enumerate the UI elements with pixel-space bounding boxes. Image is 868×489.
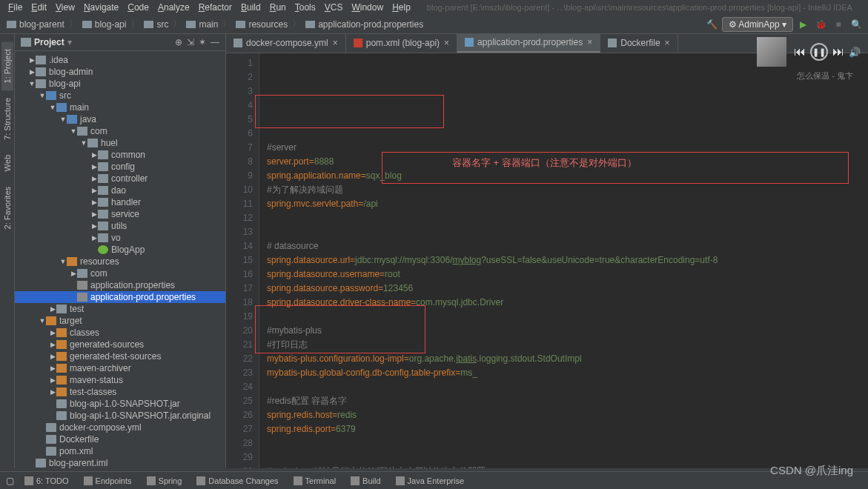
tree-item[interactable]: ▼resources [15, 256, 225, 267]
tree-item[interactable]: ▶com [15, 267, 225, 279]
tree-item[interactable]: ▼target [15, 315, 225, 327]
tree-item[interactable]: ▶maven-archiver [15, 362, 225, 374]
tree-arrow-icon[interactable]: ▶ [49, 353, 56, 360]
code-line[interactable]: #server [267, 141, 861, 155]
tree-arrow-icon[interactable]: ▶ [90, 222, 98, 230]
hammer-icon[interactable]: 🔨 [704, 16, 720, 33]
menu-refactor[interactable]: Refactor [194, 1, 236, 14]
crumb-4[interactable]: resources [233, 19, 291, 30]
crumb-5[interactable]: application-prod.properties [302, 19, 426, 30]
tree-arrow-icon[interactable]: ▼ [39, 317, 46, 325]
tree-arrow-icon[interactable]: ▼ [80, 139, 87, 147]
code-line[interactable]: mybatis-plus.global-config.db-config.tab… [267, 366, 861, 380]
bottom-tab-endpoints[interactable]: Endpoints [78, 475, 138, 487]
gear-icon[interactable]: ✶ [199, 37, 206, 47]
bottom-tab-javaenterprise[interactable]: Java Enterprise [390, 475, 470, 487]
tree-arrow-icon[interactable]: ▶ [28, 68, 36, 76]
tree-item[interactable]: blog-api-1.0-SNAPSHOT.jar [15, 398, 225, 410]
code-line[interactable]: spring.application.name=sqx_blog [267, 169, 861, 183]
locate-icon[interactable]: ⊕ [175, 37, 182, 47]
tree-arrow-icon[interactable]: ▶ [49, 365, 56, 372]
tree-item[interactable]: ▼huel [15, 137, 225, 149]
volume-icon[interactable]: 🔊 [849, 47, 861, 58]
code-line[interactable]: spring.redis.host=redis [267, 408, 861, 422]
tree-item[interactable]: ▶generated-test-sources [15, 350, 225, 362]
tree-item[interactable]: ▶service [15, 208, 225, 220]
tree-arrow-icon[interactable]: ▼ [59, 258, 67, 265]
tree-item[interactable]: ▶blog-admin [15, 66, 225, 78]
tree-item[interactable]: ▼main [15, 102, 225, 113]
menu-file[interactable]: File [4, 1, 27, 14]
menu-edit[interactable]: Edit [27, 1, 51, 14]
menu-code[interactable]: Code [123, 1, 153, 14]
tree-arrow-icon[interactable]: ▶ [49, 305, 56, 313]
dropdown-icon[interactable]: ▾ [67, 37, 72, 47]
menu-vcs[interactable]: VCS [320, 1, 348, 14]
tree-arrow-icon[interactable]: ▶ [90, 151, 98, 159]
search-icon[interactable]: 🔍 [848, 16, 864, 33]
tree-arrow-icon[interactable]: ▶ [28, 56, 36, 64]
tree-arrow-icon[interactable]: ▶ [49, 376, 56, 384]
code-line[interactable]: spring.datasource.url=jdbc:mysql://mysql… [267, 253, 861, 267]
menu-navigate[interactable]: Navigate [79, 1, 123, 14]
next-track-icon[interactable]: ⏭ [832, 45, 844, 59]
tree-arrow-icon[interactable]: ▶ [49, 388, 56, 396]
tree-item[interactable]: ▶config [15, 161, 225, 173]
bottom-tab-spring[interactable]: Spring [141, 475, 188, 487]
code-line[interactable]: #mybatis-plus [267, 324, 861, 338]
side-tab-web[interactable]: Web [1, 147, 13, 179]
project-tree[interactable]: ▶.idea▶blog-admin▼blog-api▼src▼main▼java… [15, 51, 225, 468]
tree-item[interactable]: pom.xml [15, 445, 225, 457]
toolwindow-toggle-icon[interactable]: ▢ [4, 476, 16, 486]
code-content[interactable]: 容器名字 + 容器端口（注意不是对外端口） #serverserver.port… [259, 53, 868, 468]
code-line[interactable] [267, 225, 861, 239]
code-line[interactable] [267, 211, 861, 225]
bottom-tab-terminal[interactable]: Terminal [288, 475, 342, 487]
bottom-tab-build[interactable]: Build [345, 475, 386, 487]
close-icon[interactable]: × [444, 38, 449, 48]
prev-track-icon[interactable]: ⏮ [794, 45, 806, 59]
close-icon[interactable]: × [333, 38, 338, 48]
menu-window[interactable]: Window [347, 1, 388, 14]
crumb-2[interactable]: src [141, 19, 171, 30]
editor-tab[interactable]: application-prod.properties× [457, 33, 600, 53]
tree-arrow-icon[interactable]: ▶ [90, 199, 98, 206]
editor-tab[interactable]: docker-compose.yml× [226, 33, 346, 53]
editor-body[interactable]: 1234567891011121314151617181920212223242… [226, 53, 868, 468]
tree-arrow-icon[interactable]: ▼ [28, 80, 36, 87]
album-art[interactable] [757, 37, 786, 67]
tree-item[interactable]: ▶.idea [15, 54, 225, 66]
tree-item[interactable]: BlogApp [15, 244, 225, 256]
bottom-tab-todo[interactable]: 6: TODO [19, 475, 75, 487]
side-tab-project[interactable]: 1: Project [1, 41, 13, 90]
tree-item[interactable]: docker-compose.yml [15, 422, 225, 433]
menu-build[interactable]: Build [236, 1, 265, 14]
crumb-3[interactable]: main [183, 19, 221, 30]
tree-arrow-icon[interactable]: ▶ [70, 270, 77, 277]
tree-arrow-icon[interactable]: ▼ [49, 104, 56, 111]
code-line[interactable]: spring.datasource.driver-class-name=com.… [267, 296, 861, 310]
tree-item[interactable]: ▼java [15, 113, 225, 125]
code-line[interactable] [267, 380, 861, 394]
tree-arrow-icon[interactable]: ▼ [70, 127, 77, 135]
tree-arrow-icon[interactable]: ▶ [49, 329, 56, 336]
menu-view[interactable]: View [51, 1, 79, 14]
tree-arrow-icon[interactable]: ▶ [90, 163, 98, 170]
tree-item[interactable]: ▶utils [15, 220, 225, 232]
tree-arrow-icon[interactable]: ▶ [90, 210, 98, 218]
tree-item[interactable]: application.properties [15, 279, 225, 291]
run-config-dropdown[interactable]: ⚙ AdminApp ▾ [722, 17, 793, 32]
code-line[interactable]: spring.mvc.servlet.path=/api [267, 197, 861, 211]
code-line[interactable] [267, 310, 861, 324]
menu-analyze[interactable]: Analyze [153, 1, 194, 14]
tree-item[interactable]: ▶dao [15, 184, 225, 196]
code-line[interactable]: mybatis-plus.configuration.log-impl=org.… [267, 352, 861, 366]
editor-tab[interactable]: Dockerfile× [600, 33, 677, 53]
tree-arrow-icon[interactable]: ▶ [90, 187, 98, 194]
tree-arrow-icon[interactable]: ▼ [59, 116, 67, 123]
stop-button[interactable]: ■ [830, 16, 847, 33]
tree-item[interactable]: ▶controller [15, 173, 225, 184]
tree-item[interactable]: blog-api-1.0-SNAPSHOT.jar.original [15, 410, 225, 422]
pause-button[interactable]: ❚❚ [810, 43, 828, 61]
tree-item[interactable]: blog-parent.iml [15, 457, 225, 468]
